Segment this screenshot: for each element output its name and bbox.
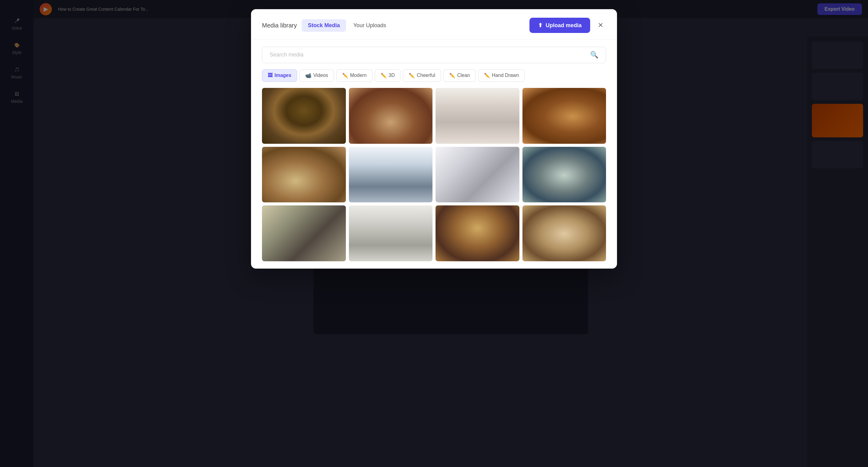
cheerful-filter-icon: ✏️ <box>409 72 415 79</box>
modern-filter-icon: ✏️ <box>342 72 348 79</box>
filter-row: 🖼 Images 📹 Videos ✏️ Modern ✏️ 3D ✏️ <box>262 69 606 82</box>
filter-3d[interactable]: ✏️ 3D <box>375 69 400 82</box>
list-item[interactable] <box>436 205 519 261</box>
modal-body: 🔍 🖼 Images 📹 Videos ✏️ Modern ✏️ <box>251 39 617 269</box>
modern-filter-label: Modern <box>350 72 367 78</box>
list-item[interactable] <box>349 147 433 203</box>
filter-clean[interactable]: ✏️ Clean <box>443 69 476 82</box>
tab-group: Stock Media Your Uploads <box>302 19 524 32</box>
videos-filter-label: Videos <box>313 72 328 78</box>
list-item[interactable] <box>522 88 606 144</box>
3d-filter-icon: ✏️ <box>381 72 387 79</box>
list-item[interactable] <box>436 147 519 203</box>
upload-label: Upload media <box>546 22 582 29</box>
tab-your-uploads[interactable]: Your Uploads <box>347 19 392 32</box>
modal-header: Media library Stock Media Your Uploads ⬆… <box>251 9 617 39</box>
list-item[interactable] <box>262 147 346 203</box>
close-button[interactable]: ✕ <box>595 20 606 31</box>
hand-drawn-filter-icon: ✏️ <box>484 72 490 79</box>
list-item[interactable] <box>522 205 606 261</box>
list-item[interactable] <box>349 205 433 261</box>
list-item[interactable] <box>349 88 433 144</box>
search-input[interactable] <box>267 47 588 63</box>
hand-drawn-filter-label: Hand Drawn <box>492 72 519 78</box>
list-item[interactable] <box>262 205 346 261</box>
images-grid <box>262 88 606 261</box>
cheerful-filter-label: Cheerful <box>416 72 435 78</box>
upload-media-button[interactable]: ⬆ Upload media <box>529 18 590 33</box>
list-item[interactable] <box>436 88 519 144</box>
search-button[interactable]: 🔍 <box>588 49 601 61</box>
list-item[interactable] <box>262 88 346 144</box>
images-filter-label: Images <box>275 72 291 78</box>
clean-filter-label: Clean <box>457 72 470 78</box>
search-icon: 🔍 <box>590 51 598 59</box>
list-item[interactable] <box>522 147 606 203</box>
clean-filter-icon: ✏️ <box>449 72 455 79</box>
close-icon: ✕ <box>598 21 603 29</box>
tab-stock-media[interactable]: Stock Media <box>302 19 346 32</box>
images-filter-icon: 🖼 <box>268 72 273 78</box>
3d-filter-label: 3D <box>389 72 395 78</box>
upload-icon: ⬆ <box>538 22 542 29</box>
filter-cheerful[interactable]: ✏️ Cheerful <box>403 69 441 82</box>
search-row: 🔍 <box>262 47 606 63</box>
filter-hand-drawn[interactable]: ✏️ Hand Drawn <box>478 69 525 82</box>
filter-videos[interactable]: 📹 Videos <box>300 69 334 82</box>
filter-images[interactable]: 🖼 Images <box>262 69 297 82</box>
media-library-modal: Media library Stock Media Your Uploads ⬆… <box>251 9 617 269</box>
filter-modern[interactable]: ✏️ Modern <box>336 69 372 82</box>
videos-filter-icon: 📹 <box>305 72 311 79</box>
modal-overlay: Media library Stock Media Your Uploads ⬆… <box>0 0 868 467</box>
modal-title: Media library <box>262 22 297 29</box>
